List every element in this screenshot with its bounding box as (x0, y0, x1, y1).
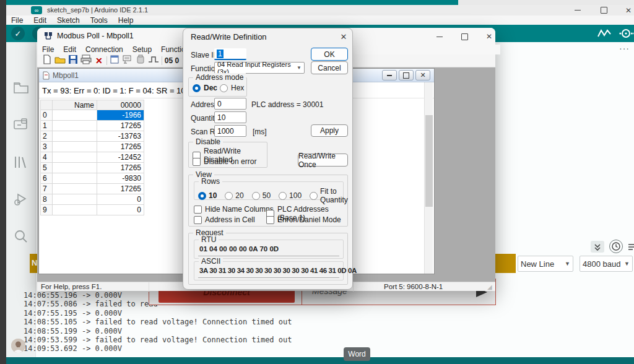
rows-radio-50[interactable]: 50 (252, 187, 271, 204)
row-header-cell[interactable]: 7 (40, 184, 53, 194)
minimize-icon[interactable] (431, 30, 448, 43)
table-row[interactable]: 6-9830 (40, 173, 144, 184)
ide-menu-file[interactable]: File (11, 16, 23, 25)
name-cell[interactable] (53, 184, 97, 194)
name-cell[interactable] (53, 152, 97, 163)
address-input[interactable]: 0 (214, 98, 246, 110)
ide-menu-tools[interactable]: Tools (90, 16, 108, 25)
row-header-cell[interactable]: 3 (40, 142, 53, 152)
boards-manager-icon[interactable] (13, 118, 29, 134)
value-column-header[interactable]: 00000 (97, 100, 144, 110)
table-row[interactable]: 0-1966 (40, 110, 144, 121)
editor-overflow-icon[interactable]: ··· (619, 43, 630, 53)
scroll-to-bottom-icon[interactable] (591, 241, 604, 253)
table-row[interactable]: 317265 (40, 142, 144, 152)
read-write-once-button[interactable]: Read/Write Once (298, 154, 348, 167)
sketchbook-folder-icon[interactable] (13, 80, 29, 97)
value-cell[interactable]: -1966 (97, 110, 144, 121)
name-cell[interactable] (53, 110, 97, 121)
rows-radio-20[interactable]: 20 (225, 187, 243, 204)
ide-menu-help[interactable]: Help (118, 16, 134, 25)
function-shortcut-buttons[interactable]: 05 0 (165, 56, 179, 65)
ide-menu-edit[interactable]: Edit (33, 16, 46, 25)
row-header-cell[interactable]: 4 (40, 152, 53, 163)
table-row[interactable]: 517265 (40, 163, 144, 173)
verify-button[interactable]: ✓ (11, 27, 25, 40)
clear-output-icon[interactable] (627, 241, 634, 253)
open-file-icon[interactable] (54, 54, 66, 67)
value-cell[interactable]: -9830 (97, 173, 144, 184)
slave-id-input[interactable]: 1 (214, 48, 246, 60)
quantity-input[interactable]: 10 (214, 111, 246, 123)
row-header-cell[interactable]: 9 (40, 205, 53, 215)
word-button[interactable]: Word (344, 347, 370, 361)
cancel-button[interactable]: Cancel (311, 61, 348, 74)
rows-radio-fit-to-quantity[interactable]: Fit to Quantity (310, 187, 348, 204)
value-cell[interactable]: 17265 (97, 142, 144, 152)
avatar[interactable] (11, 339, 25, 353)
hex-radio[interactable]: Hex (220, 84, 244, 92)
table-row[interactable]: 717265 (40, 184, 144, 194)
table-row[interactable]: 4-12452 (40, 152, 144, 163)
ide-titlebar[interactable]: ∞ sketch_sep7b | Arduino IDE 2.1.1 ✕ (6, 5, 634, 15)
child-restore-icon[interactable] (399, 70, 414, 80)
child-close-icon[interactable]: ✕ (415, 70, 430, 80)
table-row[interactable]: 2-13763 (40, 131, 144, 142)
setup-window-icon[interactable] (110, 54, 119, 67)
address-in-cell-checkbox[interactable]: Address in Cell (194, 215, 255, 224)
close-icon[interactable]: ✕ (619, 5, 634, 15)
vertical-scrollbar[interactable] (424, 82, 433, 274)
disconnect-icon[interactable]: ✕ (94, 56, 104, 66)
rows-radio-10[interactable]: 10 (198, 187, 217, 204)
name-column-header[interactable]: Name (53, 100, 97, 110)
print-icon[interactable] (80, 54, 92, 67)
enron-daniel-checkbox[interactable]: Enron/Daniel Mode (266, 215, 341, 224)
debug-icon[interactable] (13, 192, 29, 209)
device-icon[interactable] (136, 54, 145, 67)
value-cell[interactable]: 0 (97, 194, 144, 205)
row-header-cell[interactable]: 0 (40, 110, 53, 121)
rows-radio-100[interactable]: 100 (279, 187, 302, 204)
row-header-cell[interactable]: 8 (40, 194, 53, 205)
name-cell[interactable] (53, 121, 97, 131)
table-row[interactable]: 90 (40, 205, 144, 215)
save-icon[interactable] (68, 54, 78, 67)
ide-menu-sketch[interactable]: Sketch (57, 16, 80, 25)
poll-definition-icon[interactable] (122, 54, 133, 67)
library-manager-icon[interactable] (13, 155, 29, 172)
apply-button[interactable]: Apply (311, 124, 348, 137)
timestamp-toggle-icon[interactable] (609, 240, 623, 253)
serial-plotter-icon[interactable] (597, 28, 611, 39)
value-cell[interactable]: -13763 (97, 131, 144, 142)
row-header-cell[interactable]: 6 (40, 173, 53, 184)
name-cell[interactable] (53, 142, 97, 152)
restore-icon[interactable] (594, 5, 613, 15)
value-cell[interactable]: 17265 (97, 121, 144, 131)
modbus-menu-connection[interactable]: Connection (85, 45, 123, 54)
child-minimize-icon[interactable] (382, 70, 397, 80)
row-header-cell[interactable]: 2 (40, 131, 53, 142)
line-ending-select[interactable]: New Line▼ (518, 256, 573, 272)
maximize-icon[interactable] (456, 30, 473, 43)
ok-button[interactable]: OK (311, 48, 348, 61)
row-header-cell[interactable]: 1 (40, 121, 53, 131)
name-cell[interactable] (53, 163, 97, 173)
baud-select[interactable]: 4800 baud▼ (580, 256, 633, 272)
name-cell[interactable] (53, 131, 97, 142)
function-select[interactable]: 04 Read Input Registers (3x)▼ (214, 62, 305, 74)
close-icon[interactable]: ✕ (480, 30, 498, 43)
name-cell[interactable] (53, 205, 97, 215)
disable-on-error-checkbox[interactable]: Disable on error (193, 157, 256, 166)
scan-rate-input[interactable]: 1000 (214, 125, 246, 137)
table-row[interactable]: 117265 (40, 121, 144, 131)
close-icon[interactable]: ✕ (337, 31, 350, 42)
resize-grip[interactable]: ◢ (487, 284, 492, 290)
value-cell[interactable]: -12452 (97, 152, 144, 163)
pulse-icon[interactable] (148, 54, 159, 67)
value-cell[interactable]: 17265 (97, 184, 144, 194)
serial-monitor-icon[interactable] (619, 28, 634, 39)
hide-name-columns-checkbox[interactable]: Hide Name Columns (194, 205, 274, 214)
row-header-cell[interactable]: 5 (40, 163, 53, 173)
name-cell[interactable] (53, 194, 97, 205)
modbus-menu-edit[interactable]: Edit (63, 45, 76, 54)
